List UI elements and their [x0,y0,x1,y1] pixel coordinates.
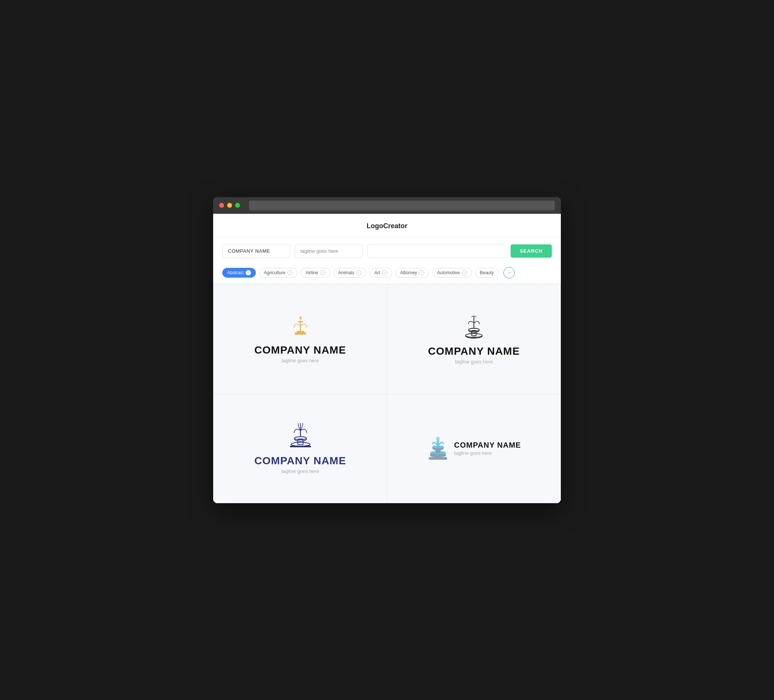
agriculture-label: Agriculture [264,270,285,276]
airline-check-icon: ✓ [320,270,326,276]
category-automotive[interactable]: Automotive ✓ [432,268,471,277]
browser-titlebar [213,197,561,214]
keyword-input[interactable] [367,244,506,258]
fountain-outline-icon [460,314,488,340]
app-header: LogoCreator [213,214,561,237]
category-bar: Abstract ✓ Agriculture ✓ Airline ✓ Anima… [213,265,561,284]
beauty-label: Beauty [480,270,494,276]
company-name-input[interactable] [222,244,290,258]
attorney-label: Attorney [400,270,417,276]
app-title: LogoCreator [367,222,407,229]
logo3-company-name: COMPANY NAME [254,455,346,467]
attorney-check-icon: ✓ [419,270,424,276]
category-abstract[interactable]: Abstract ✓ [222,268,256,277]
search-bar: SEARCH [213,237,561,265]
minimize-button[interactable] [227,203,232,208]
automotive-check-icon: ✓ [462,270,467,276]
search-button[interactable]: SEARCH [511,244,552,258]
maximize-button[interactable] [235,203,240,208]
svg-rect-3 [298,321,303,322]
fountain-gold-icon [287,314,314,339]
logo1-company-name: COMPANY NAME [254,344,346,356]
logo3-tagline: tagline goes here [281,469,319,474]
category-attorney[interactable]: Attorney ✓ [395,268,429,277]
airline-label: Airline [305,270,318,276]
fountain-blue-icon [427,436,449,461]
svg-point-5 [299,317,302,319]
art-label: Art [374,270,380,276]
svg-point-6 [466,333,482,337]
address-bar [249,201,555,210]
abstract-label: Abstract [227,270,244,276]
svg-rect-1 [297,331,304,333]
close-button[interactable] [219,203,224,208]
category-animals[interactable]: Animals ✓ [333,268,367,277]
svg-rect-15 [429,457,447,460]
logo-grid: COMPANY NAME tagline goes here [213,284,561,503]
logo2-tagline: tagline goes here [455,359,493,365]
logo2-company-name: COMPANY NAME [428,345,520,357]
art-check-icon: ✓ [382,270,387,276]
logo1-tagline: tagline goes here [281,358,319,363]
logo-card-1[interactable]: COMPANY NAME tagline goes here [213,284,387,394]
logo4-inline-container: COMPANY NAME tagline goes here [427,436,521,461]
agriculture-check-icon: ✓ [287,270,293,276]
category-beauty[interactable]: Beauty [475,268,499,277]
logo-card-2[interactable]: COMPANY NAME tagline goes here [387,284,561,394]
logo-card-3[interactable]: COMPANY NAME tagline goes here [213,394,387,503]
automotive-label: Automotive [437,270,460,276]
logo4-text-block: COMPANY NAME tagline goes here [454,441,521,456]
abstract-check-icon: ✓ [246,270,251,276]
logo4-tagline: tagline goes here [454,450,521,456]
animals-check-icon: ✓ [356,270,361,276]
category-agriculture[interactable]: Agriculture ✓ [259,268,298,277]
app-container: LogoCreator SEARCH Abstract ✓ Agricultur… [213,214,561,503]
logo-card-4[interactable]: COMPANY NAME tagline goes here [387,394,561,503]
category-art[interactable]: Art ✓ [369,268,392,277]
animals-label: Animals [338,270,354,276]
category-airline[interactable]: Airline ✓ [301,268,330,277]
fountain-navy-icon [285,423,316,449]
tagline-input[interactable] [295,244,363,258]
logo4-company-name: COMPANY NAME [454,441,521,449]
next-categories-button[interactable]: → [503,267,515,278]
browser-window: LogoCreator SEARCH Abstract ✓ Agricultur… [213,197,561,503]
